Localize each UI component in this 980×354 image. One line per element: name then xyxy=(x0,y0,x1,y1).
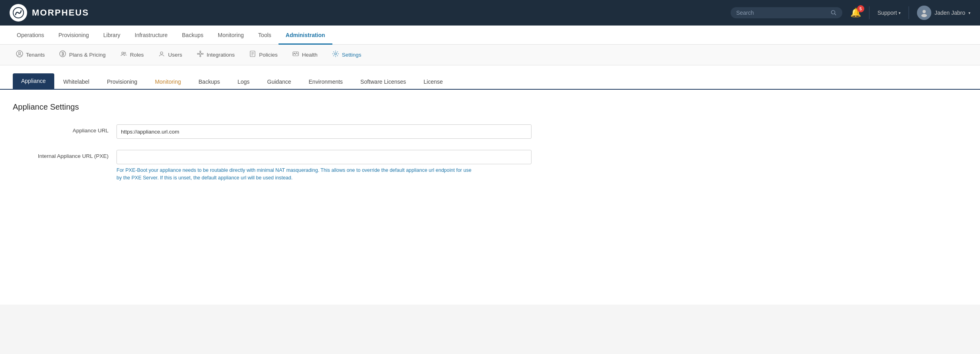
topbar: MORPHEUS 🔔 5 Support ▾ Jaden Jabro ▾ xyxy=(0,0,980,26)
policies-icon xyxy=(249,50,256,59)
tab-appliance[interactable]: Appliance xyxy=(13,73,54,89)
sub-nav: Tenants Plans & Pricing Roles xyxy=(0,45,980,65)
tab-software-licenses[interactable]: Software Licenses xyxy=(352,74,414,89)
logo-text: MORPHEUS xyxy=(32,8,89,18)
search-icon xyxy=(831,10,837,16)
nav-item-administration[interactable]: Administration xyxy=(279,26,332,45)
svg-line-2 xyxy=(835,14,836,15)
internal-appliance-url-input[interactable] xyxy=(117,150,531,164)
nav-item-monitoring[interactable]: Monitoring xyxy=(211,26,251,45)
tab-monitoring[interactable]: Monitoring xyxy=(146,74,189,89)
search-box[interactable] xyxy=(731,7,842,18)
main-nav: Operations Provisioning Library Infrastr… xyxy=(0,26,980,45)
appliance-settings: Appliance Settings Appliance URL Interna… xyxy=(0,90,980,209)
svg-point-8 xyxy=(122,52,124,54)
subnav-item-policies[interactable]: Policies xyxy=(243,45,284,65)
support-button[interactable]: Support ▾ xyxy=(877,10,901,16)
tab-provisioning[interactable]: Provisioning xyxy=(99,74,146,89)
nav-item-tools[interactable]: Tools xyxy=(251,26,279,45)
divider xyxy=(869,6,869,19)
subnav-item-tenants[interactable]: Tenants xyxy=(10,45,51,65)
tab-whitelabel[interactable]: Whitelabel xyxy=(55,74,98,89)
user-caret-icon: ▾ xyxy=(968,11,970,15)
integrations-icon xyxy=(197,50,204,59)
nav-item-operations[interactable]: Operations xyxy=(10,26,51,45)
subnav-item-settings[interactable]: Settings xyxy=(326,45,368,65)
tab-license[interactable]: License xyxy=(415,74,451,89)
svg-point-4 xyxy=(921,14,927,17)
form-row-internal-appliance-url: Internal Appliance URL (PXE) For PXE-Boo… xyxy=(13,150,531,182)
nav-item-infrastructure[interactable]: Infrastructure xyxy=(128,26,175,45)
content-area: Appliance Whitelabel Provisioning Monito… xyxy=(0,65,980,305)
nav-item-library[interactable]: Library xyxy=(96,26,128,45)
tab-guidance[interactable]: Guidance xyxy=(259,74,300,89)
section-title: Appliance Settings xyxy=(13,102,967,112)
tabs-bar: Appliance Whitelabel Provisioning Monito… xyxy=(0,65,980,90)
roles-icon xyxy=(120,50,127,59)
tab-environments[interactable]: Environments xyxy=(300,74,352,89)
logo-icon xyxy=(10,4,27,22)
tenants-icon xyxy=(16,50,23,59)
svg-point-10 xyxy=(160,52,163,54)
appliance-url-input[interactable] xyxy=(117,124,531,139)
avatar xyxy=(917,6,931,20)
subnav-item-health[interactable]: Health xyxy=(286,45,324,65)
svg-point-9 xyxy=(124,52,126,54)
subnav-item-roles[interactable]: Roles xyxy=(114,45,150,65)
appliance-url-label: Appliance URL xyxy=(13,124,117,134)
divider2 xyxy=(909,6,909,19)
bell-area[interactable]: 🔔 5 xyxy=(850,8,861,18)
internal-appliance-url-label: Internal Appliance URL (PXE) xyxy=(13,150,117,159)
svg-point-11 xyxy=(199,53,201,55)
settings-icon xyxy=(332,50,339,59)
svg-point-6 xyxy=(19,52,21,54)
subnav-item-integrations[interactable]: Integrations xyxy=(190,45,241,65)
plans-pricing-icon xyxy=(59,50,66,59)
logo-area: MORPHEUS xyxy=(10,4,89,22)
subnav-item-plans-pricing[interactable]: Plans & Pricing xyxy=(53,45,112,65)
internal-appliance-url-hint: For PXE-Boot your appliance needs to be … xyxy=(117,167,476,182)
nav-item-backups[interactable]: Backups xyxy=(175,26,211,45)
svg-point-3 xyxy=(923,10,926,13)
bell-badge: 5 xyxy=(857,5,864,12)
users-icon xyxy=(158,50,165,59)
svg-point-12 xyxy=(200,51,201,52)
support-caret-icon: ▾ xyxy=(899,11,901,15)
user-area[interactable]: Jaden Jabro ▾ xyxy=(917,6,970,20)
svg-point-15 xyxy=(202,53,203,55)
svg-point-25 xyxy=(334,53,336,55)
user-name: Jaden Jabro xyxy=(935,10,965,16)
nav-item-provisioning[interactable]: Provisioning xyxy=(51,26,96,45)
internal-appliance-url-input-area: For PXE-Boot your appliance needs to be … xyxy=(117,150,531,182)
subnav-item-users[interactable]: Users xyxy=(152,45,188,65)
svg-point-13 xyxy=(200,56,201,57)
tab-backups[interactable]: Backups xyxy=(190,74,229,89)
svg-point-14 xyxy=(197,53,198,55)
tab-logs[interactable]: Logs xyxy=(229,74,258,89)
appliance-url-input-area xyxy=(117,124,531,139)
search-input[interactable] xyxy=(736,10,828,16)
health-icon xyxy=(292,50,299,59)
form-row-appliance-url: Appliance URL xyxy=(13,124,531,139)
